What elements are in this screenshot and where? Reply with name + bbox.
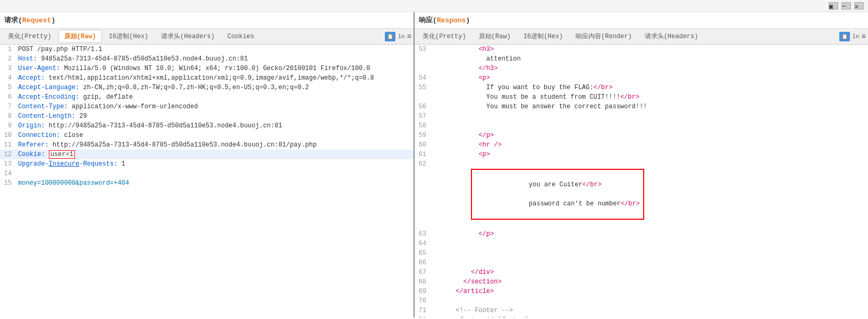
request-line-9: 9 Origin: http://9485a25a-7313-45d4-8785… — [0, 121, 414, 131]
request-line-13: 13 Upgrade-Insecure-Requests: 1 — [0, 159, 414, 169]
response-line-72: 72 <footer id="footer"> — [415, 315, 868, 317]
request-line-8: 8 Content-Length: 29 — [0, 111, 414, 121]
request-line-14: 14 — [0, 169, 414, 178]
request-line-5: 5 Accept-Language: zh-CN,zh;q=0.8,zh-TW;… — [0, 83, 414, 92]
request-code-area[interactable]: 1 POST /pay.php HTTP/1.1 2 Host: 9485a25… — [0, 45, 414, 317]
window-tile-btn[interactable]: ▣ — [829, 2, 838, 10]
response-line-63: 63 </p> — [415, 229, 868, 239]
request-line-7: 7 Content-Type: application/x-www-form-u… — [0, 102, 414, 111]
tab-headers-right[interactable]: 请求头(Headers) — [639, 30, 704, 43]
response-panel-title: 响应(Respons) — [415, 12, 868, 29]
response-line-60: 60 <hr /> — [415, 140, 868, 150]
response-line-53c: </h3> — [415, 64, 868, 73]
response-code-area[interactable]: 53 <h3> attention </h3> 54 <p> — [415, 45, 868, 317]
tab-headers-left[interactable]: 请求头(Headers) — [155, 30, 221, 43]
response-tab-bar: 美化(Pretty) 原始(Raw) 16进制(Hex) 响应内容(Render… — [415, 29, 868, 45]
response-line-61: 61 <p> — [415, 150, 868, 159]
request-line-6: 6 Accept-Encoding: gzip, deflate — [0, 92, 414, 102]
response-line-55b: You must be a student from CUIT!!!!</br> — [415, 92, 868, 102]
tab-hex-left[interactable]: 16进制(Hex) — [103, 30, 154, 43]
tab-raw-left[interactable]: 原始(Raw) — [58, 30, 102, 43]
response-panel: 响应(Respons) 美化(Pretty) 原始(Raw) 16进制(Hex)… — [415, 12, 868, 317]
tab-hex-right[interactable]: 16进制(Hex) — [518, 30, 569, 43]
right-tab-icons: 📋 ln ≡ — [839, 32, 866, 41]
response-line-65: 65 — [415, 248, 868, 258]
top-bar: ▣ — ✕ — [0, 0, 868, 12]
window-close-btn[interactable]: ✕ — [854, 2, 864, 10]
request-line-3: 3 User-Agent: Mozilla/5.0 (Windows NT 10… — [0, 64, 414, 73]
request-line-12: 12 Cookie: user=1 — [0, 150, 414, 159]
response-line-56: 56 You must be answer the correct passwo… — [415, 102, 868, 111]
response-line-58: 58 — [415, 121, 868, 131]
response-line-71: 71 <!-- Footer --> — [415, 306, 868, 315]
response-line-70: 70 — [415, 296, 868, 306]
response-line-64: 64 — [415, 239, 868, 248]
request-line-15: 15 money=100000000&password=+404 — [0, 178, 414, 188]
response-line-66: 66 — [415, 258, 868, 268]
request-tab-bar: 美化(Pretty) 原始(Raw) 16进制(Hex) 请求头(Headers… — [0, 29, 414, 45]
ln-label-right[interactable]: ln — [852, 33, 859, 40]
request-line-2: 2 Host: 9485a25a-7313-45d4-8785-d50d5a11… — [0, 54, 414, 64]
window-min-btn[interactable]: — — [841, 2, 851, 10]
menu-icon-left[interactable]: ≡ — [407, 32, 411, 41]
response-line-53: 53 <h3> — [415, 45, 868, 54]
request-line-1: 1 POST /pay.php HTTP/1.1 — [0, 45, 414, 54]
tab-pretty-left[interactable]: 美化(Pretty) — [2, 30, 57, 43]
request-line-10: 10 Connection: close — [0, 131, 414, 140]
tab-render-right[interactable]: 响应内容(Render) — [570, 30, 638, 43]
request-panel-title: 请求(Request) — [0, 12, 414, 29]
response-line-54: 54 <p> — [415, 73, 868, 83]
response-line-69: 69 </article> — [415, 287, 868, 296]
menu-icon-right[interactable]: ≡ — [862, 32, 866, 41]
response-line-55: 55 If you want to buy the FLAG:</br> — [415, 83, 868, 92]
copy-icon-left[interactable]: 📋 — [385, 32, 395, 41]
request-panel: 请求(Request) 美化(Pretty) 原始(Raw) 16进制(Hex)… — [0, 12, 415, 317]
response-line-67: 67 </div> — [415, 268, 868, 277]
main-container: 请求(Request) 美化(Pretty) 原始(Raw) 16进制(Hex)… — [0, 12, 868, 317]
tab-raw-right[interactable]: 原始(Raw) — [473, 30, 517, 43]
request-line-11: 11 Referer: http://9485a25a-7313-45d4-87… — [0, 140, 414, 150]
response-line-57: 57 — [415, 111, 868, 121]
tab-cookies-left[interactable]: Cookies — [222, 31, 260, 42]
response-line-68: 68 </section> — [415, 277, 868, 287]
copy-icon-right[interactable]: 📋 — [839, 32, 850, 41]
request-line-4: 4 Accept: text/html,application/xhtml+xm… — [0, 73, 414, 83]
ln-label-left[interactable]: ln — [398, 33, 404, 40]
response-line-59: 59 </p> — [415, 131, 868, 140]
left-tab-icons: 📋 ln ≡ — [385, 32, 411, 41]
response-line-62: 62 you are Cuiter</br> password can't be… — [415, 159, 868, 229]
response-line-53b: attention — [415, 54, 868, 64]
tab-pretty-right[interactable]: 美化(Pretty) — [417, 30, 472, 43]
